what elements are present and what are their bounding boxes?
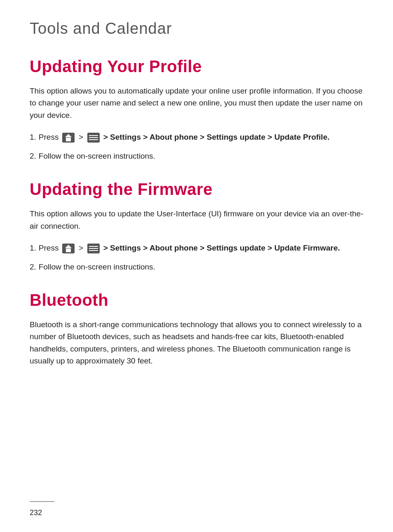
page-container: Tools and Calendar Updating Your Profile… [0,0,393,410]
footer-divider [30,501,54,502]
section-updating-firmware: Updating the Firmware This option allows… [30,180,363,273]
step-content: Press > > Settings > About phone > Setti… [39,131,363,143]
profile-step-1: 1. Press > > Settings > About phone > Se… [30,131,363,143]
footer: 232 [30,501,54,517]
chapter-title: Tools and Calendar [30,20,363,37]
step-number: 1. [30,242,36,254]
home-icon [62,133,75,143]
menu-icon [87,133,100,143]
page-number: 232 [30,509,54,517]
section-title-bluetooth: Bluetooth [30,291,363,309]
home-icon [62,244,75,253]
section-title-profile: Updating Your Profile [30,57,363,76]
profile-step-2: 2. Follow the on-screen instructions. [30,150,363,162]
section-bluetooth: Bluetooth Bluetooth is a short-range com… [30,291,363,367]
menu-icon [87,244,100,253]
bluetooth-description: Bluetooth is a short-range communication… [30,319,363,367]
step-content: Follow the on-screen instructions. [39,150,363,162]
step-number: 1. [30,131,36,143]
step-content: Follow the on-screen instructions. [39,261,363,273]
section-updating-profile: Updating Your Profile This option allows… [30,57,363,162]
profile-description: This option allows you to automatically … [30,85,363,121]
step-number: 2. [30,150,36,162]
firmware-step-1: 1. Press > > Settings > About phone > Se… [30,242,363,254]
firmware-description: This option allows you to update the Use… [30,208,363,232]
firmware-step-2: 2. Follow the on-screen instructions. [30,261,363,273]
step-number: 2. [30,261,36,273]
step-content: Press > > Settings > About phone > Setti… [39,242,363,254]
section-title-firmware: Updating the Firmware [30,180,363,199]
